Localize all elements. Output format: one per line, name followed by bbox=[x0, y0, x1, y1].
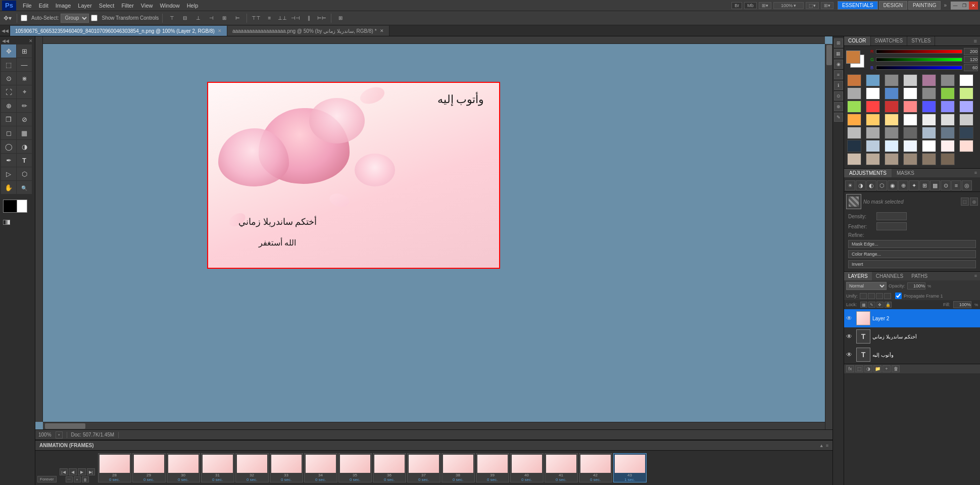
delete-frame-btn[interactable]: 🗑 bbox=[82, 476, 89, 482]
layer-visibility-1[interactable]: 👁 bbox=[846, 333, 854, 340]
g-value[interactable] bbox=[964, 56, 978, 63]
color-swatch-2[interactable] bbox=[885, 74, 899, 86]
menu-select[interactable]: Select bbox=[95, 2, 118, 10]
b-value[interactable] bbox=[964, 64, 978, 71]
panel-menu-arrow[interactable]: ≡ bbox=[971, 36, 980, 45]
tab-swatches[interactable]: SWATCHES bbox=[871, 36, 908, 45]
brush-tool[interactable] bbox=[17, 99, 32, 112]
color-swatch-31[interactable] bbox=[903, 127, 917, 139]
workspace-more[interactable]: » bbox=[942, 2, 949, 9]
color-swatch-34[interactable] bbox=[959, 127, 973, 139]
add-adj-layer-btn[interactable]: ◑ bbox=[864, 365, 872, 372]
workspace-essentials[interactable]: ESSENTIALS bbox=[838, 1, 878, 10]
magic-wand[interactable] bbox=[17, 72, 32, 85]
panel-icon-3[interactable]: ◉ bbox=[834, 60, 843, 69]
layers-menu[interactable]: ≡ bbox=[971, 272, 980, 280]
color-swatch-44[interactable] bbox=[885, 153, 899, 165]
minimize-button[interactable]: — bbox=[951, 2, 960, 10]
tween-btn[interactable]: ⋯ bbox=[66, 476, 73, 482]
b-slider[interactable] bbox=[876, 66, 962, 70]
tab-document-1[interactable]: 10590675_606532359460409_840107096004630… bbox=[10, 26, 227, 36]
color-swatch-15[interactable] bbox=[866, 101, 880, 113]
color-swatch-3[interactable] bbox=[903, 74, 917, 86]
document-canvas[interactable]: وأتوب إليه أختكم ساندريلا زماني الله أست… bbox=[207, 82, 500, 269]
color-swatch-32[interactable] bbox=[922, 127, 936, 139]
color-swatch-26[interactable] bbox=[941, 114, 955, 126]
anim-frame-31[interactable]: 310 sec. bbox=[201, 453, 234, 482]
anim-frame-36[interactable]: 360 sec. bbox=[373, 453, 406, 482]
unify-pos[interactable] bbox=[860, 293, 867, 299]
panel-icon-2[interactable]: ▦ bbox=[834, 49, 843, 58]
new-group-btn[interactable]: 📁 bbox=[873, 365, 881, 372]
panel-icon-6[interactable]: ⊙ bbox=[834, 91, 843, 101]
blend-mode-select[interactable]: NormalMultiplyScreen bbox=[846, 282, 887, 290]
anim-frame-28[interactable]: 280 sec. bbox=[98, 453, 131, 482]
layer-row-1[interactable]: 👁Tأختكم ساندريلا زماني bbox=[844, 327, 980, 346]
anim-frame-32[interactable]: 320 sec. bbox=[235, 453, 269, 482]
single-row-marquee[interactable]: — bbox=[17, 58, 32, 71]
color-swatch-4[interactable] bbox=[922, 74, 936, 86]
color-swatch-27[interactable] bbox=[959, 114, 973, 126]
move-tool-options[interactable]: ✥▾ bbox=[2, 13, 13, 24]
tab-2-close[interactable]: ✕ bbox=[380, 28, 384, 33]
color-swatch-36[interactable] bbox=[866, 140, 880, 152]
distribute-left[interactable]: ⊣⊣ bbox=[290, 13, 301, 24]
menu-file[interactable]: File bbox=[19, 2, 35, 10]
lock-image[interactable]: ✎ bbox=[868, 302, 875, 308]
marquee-tool[interactable] bbox=[1, 58, 16, 71]
adj-icon-3[interactable]: ⬡ bbox=[877, 180, 887, 190]
opacity-input[interactable] bbox=[907, 282, 925, 289]
panel-icon-5[interactable]: ℹ bbox=[834, 81, 843, 90]
adj-icon-7[interactable]: ⊞ bbox=[919, 180, 929, 190]
hand-tool[interactable] bbox=[1, 181, 16, 194]
invert-btn[interactable]: Invert bbox=[848, 260, 976, 268]
color-swatch-14[interactable] bbox=[847, 101, 861, 113]
color-swatch-47[interactable] bbox=[941, 153, 955, 165]
tab-channels[interactable]: CHANNELS bbox=[872, 272, 907, 280]
anim-frame-30[interactable]: 300 sec. bbox=[167, 453, 200, 482]
workspace-design[interactable]: DESIGN bbox=[879, 1, 907, 10]
menu-edit[interactable]: Edit bbox=[35, 2, 52, 10]
color-swatch-13[interactable] bbox=[959, 87, 973, 100]
distribute-right[interactable]: ⊢⊢ bbox=[316, 13, 327, 24]
color-swatch-9[interactable] bbox=[885, 87, 899, 100]
menu-layer[interactable]: Layer bbox=[74, 2, 95, 10]
adj-icon-8[interactable]: ▦ bbox=[930, 180, 940, 190]
add-pixel-mask[interactable]: ⬚ bbox=[961, 198, 969, 206]
unify-style[interactable] bbox=[876, 293, 883, 299]
r-slider[interactable] bbox=[876, 50, 962, 54]
lock-position[interactable]: ✥ bbox=[876, 302, 884, 308]
auto-select-checkbox[interactable] bbox=[21, 15, 27, 21]
color-swatch-28[interactable] bbox=[847, 127, 861, 139]
adj-icon-11[interactable]: ◎ bbox=[962, 180, 972, 190]
play-btn[interactable]: ▶ bbox=[78, 468, 86, 475]
color-swatch-16[interactable] bbox=[885, 101, 899, 113]
eyedropper-tool[interactable] bbox=[17, 85, 32, 99]
feather-input[interactable] bbox=[876, 222, 907, 230]
workspace-painting[interactable]: PAINTING bbox=[908, 1, 941, 10]
color-swatch-42[interactable] bbox=[847, 153, 861, 165]
layer-visibility-0[interactable]: 👁 bbox=[846, 315, 854, 322]
align-left[interactable]: ⊣ bbox=[206, 13, 217, 24]
menu-help[interactable]: Help bbox=[183, 2, 202, 10]
menu-window[interactable]: Window bbox=[157, 2, 183, 10]
lasso-tool[interactable] bbox=[1, 72, 16, 85]
anim-frame-33[interactable]: 330 sec. bbox=[270, 453, 303, 482]
delete-layer-btn[interactable]: 🗑 bbox=[892, 365, 900, 372]
tabs-collapse[interactable]: ◀◀ bbox=[0, 26, 10, 36]
anim-frame-35[interactable]: 350 sec. bbox=[338, 453, 372, 482]
tab-masks[interactable]: MASKS bbox=[892, 169, 919, 177]
tab-styles[interactable]: STYLES bbox=[907, 36, 935, 45]
fill-input[interactable] bbox=[953, 301, 971, 308]
color-swatch-7[interactable] bbox=[847, 87, 861, 100]
color-swatch-0[interactable] bbox=[847, 74, 861, 86]
shape-tool[interactable] bbox=[17, 167, 32, 180]
color-swatch-8[interactable] bbox=[866, 87, 880, 100]
color-swatch-39[interactable] bbox=[922, 140, 936, 152]
distribute-bottom[interactable]: ⊥⊥ bbox=[277, 13, 288, 24]
color-swatch-46[interactable] bbox=[922, 153, 936, 165]
tab-color[interactable]: COLOR bbox=[844, 36, 871, 45]
loop-select[interactable]: Forever bbox=[37, 476, 57, 482]
show-transform-checkbox[interactable] bbox=[91, 15, 97, 21]
color-swatch-19[interactable] bbox=[941, 101, 955, 113]
